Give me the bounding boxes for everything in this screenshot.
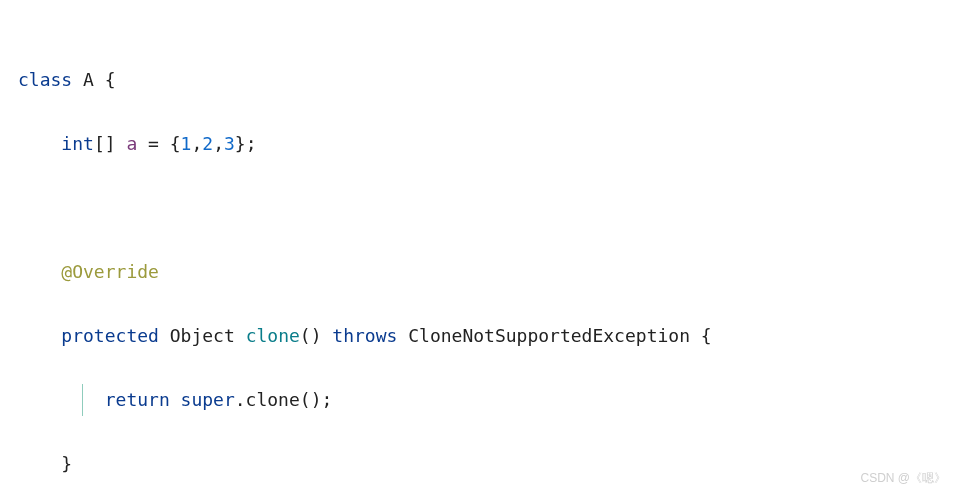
dot: .	[235, 389, 246, 410]
comma: ,	[191, 133, 202, 154]
code-line[interactable]: @Override	[0, 256, 956, 288]
keyword-throws: throws	[332, 325, 397, 346]
code-line[interactable]: class A {	[0, 64, 956, 96]
keyword-return: return	[105, 389, 170, 410]
parens-semi: ();	[300, 389, 333, 410]
number-literal: 2	[202, 133, 213, 154]
code-line[interactable]: protected Object clone() throws CloneNot…	[0, 320, 956, 352]
array-brackets: []	[94, 133, 127, 154]
keyword-class: class	[18, 69, 72, 90]
code-line[interactable]: int[] a = {1,2,3};	[0, 128, 956, 160]
method-clone: clone	[246, 325, 300, 346]
class-name: A	[83, 69, 94, 90]
keyword-int: int	[61, 133, 94, 154]
exception-name: CloneNotSupportedException	[408, 325, 690, 346]
comma: ,	[213, 133, 224, 154]
indent-guide	[82, 384, 83, 416]
brace-open: {	[94, 69, 116, 90]
number-literal: 3	[224, 133, 235, 154]
variable-a: a	[126, 133, 137, 154]
equals: = {	[137, 133, 180, 154]
number-literal: 1	[181, 133, 192, 154]
keyword-protected: protected	[61, 325, 159, 346]
parens: ()	[300, 325, 322, 346]
type-object: Object	[170, 325, 235, 346]
method-call: clone	[246, 389, 300, 410]
annotation-override: @Override	[61, 261, 159, 282]
keyword-super: super	[181, 389, 235, 410]
code-line[interactable]: return super.clone();	[0, 384, 956, 416]
watermark-text: CSDN @《嗯》	[860, 462, 946, 494]
brace-close-semi: };	[235, 133, 257, 154]
code-line-empty[interactable]	[0, 192, 956, 224]
code-line[interactable]: }	[0, 448, 956, 480]
brace-open: {	[690, 325, 712, 346]
code-editor[interactable]: class A { int[] a = {1,2,3}; @Override p…	[0, 0, 956, 500]
brace-close: }	[61, 453, 72, 474]
